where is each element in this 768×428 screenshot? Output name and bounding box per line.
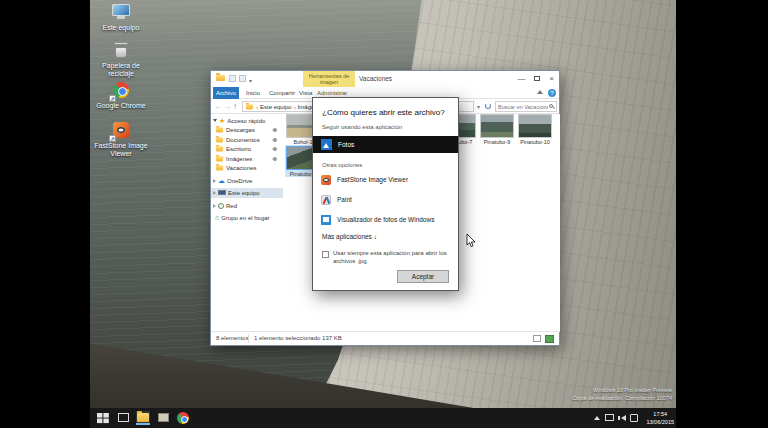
folder-icon <box>216 147 223 152</box>
tab-archivo[interactable]: Archivo <box>213 87 239 99</box>
more-apps-link[interactable]: Más aplicaciones ↓ <box>322 233 377 240</box>
desktop-icon-this-pc[interactable]: Este equipo <box>92 4 150 32</box>
file-label: Pinatubo-10 <box>517 139 553 145</box>
sidebar-item-descargas[interactable]: Descargas <box>211 126 283 136</box>
app-option-fotos[interactable]: Fotos <box>313 136 458 153</box>
network-icon <box>218 203 224 209</box>
app-window-icon <box>158 413 169 422</box>
start-button[interactable] <box>96 411 110 425</box>
file-label: Pinatubo-9 <box>479 139 515 145</box>
desktop-icon-recycle-bin[interactable]: Papelera de reciclaje <box>92 42 150 78</box>
app-window-taskbar-button[interactable] <box>156 411 170 425</box>
items-count: 8 elementos <box>216 335 249 341</box>
file-thumbnail <box>480 114 514 138</box>
close-button[interactable]: × <box>544 71 559 86</box>
chevron-down-icon[interactable] <box>213 119 217 122</box>
tray-expand-icon[interactable] <box>594 416 600 420</box>
app-option-faststone[interactable]: FastStone Image Viewer <box>313 172 458 187</box>
homegroup-icon: ⌂ <box>215 215 219 221</box>
chevron-right-icon[interactable] <box>213 179 216 183</box>
sidebar-item-network[interactable]: Red <box>211 201 283 211</box>
folder-icon <box>246 104 253 109</box>
forward-icon[interactable]: → <box>223 102 231 111</box>
file-pinatubo-9[interactable]: Pinatubo-9 <box>479 114 515 145</box>
sidebar-item-homegroup[interactable]: ⌂ Grupo en el hogar <box>211 213 283 223</box>
app-option-windows-viewer[interactable]: Visualizador de fotos de Windows <box>313 212 458 227</box>
search-input[interactable] <box>495 101 557 112</box>
details-view-icon[interactable] <box>533 335 541 342</box>
tab-inicio[interactable]: Inicio <box>243 87 263 99</box>
chrome-icon <box>177 412 189 424</box>
dialog-title: ¿Cómo quieres abrir este archivo? <box>322 108 445 117</box>
address-dropdown-icon[interactable]: ▾ <box>477 103 480 110</box>
chrome-taskbar-button[interactable] <box>176 411 190 425</box>
qat-button-icon[interactable] <box>229 75 236 82</box>
taskbar-clock[interactable]: 17:54 13/06/2015 <box>646 410 674 427</box>
app-option-label: Visualizador de fotos de Windows <box>337 216 434 223</box>
sidebar-item-documentos[interactable]: Documentos <box>211 135 283 145</box>
folder-icon <box>216 128 223 133</box>
chevron-right-icon[interactable] <box>213 191 216 195</box>
mouse-cursor <box>466 234 476 252</box>
desktop-icon-faststone[interactable]: ↗ FastStone Image Viewer <box>92 122 150 158</box>
title-bar[interactable]: ▾ Herramientas de imagen Vacaciones — × <box>211 71 559 87</box>
folder-icon <box>216 156 223 161</box>
thumbnails-view-icon[interactable] <box>545 335 554 343</box>
file-explorer-icon <box>137 413 149 422</box>
this-pc-icon <box>218 190 226 195</box>
window-title: Vacaciones <box>359 75 392 82</box>
breadcrumb-this-pc[interactable]: Este equipo <box>260 104 292 110</box>
ribbon-collapse-icon[interactable] <box>537 90 543 94</box>
refresh-icon[interactable] <box>485 103 491 109</box>
app-option-label: Fotos <box>338 141 354 148</box>
paint-app-icon <box>321 195 331 205</box>
clock-time: 17:54 <box>646 410 674 418</box>
folder-icon <box>216 137 223 142</box>
file-pinatubo-10[interactable]: Pinatubo-10 <box>517 114 553 145</box>
up-icon[interactable]: ↑ <box>233 102 237 111</box>
always-use-checkbox-row[interactable]: Usar siempre esta aplicación para abrir … <box>322 250 452 266</box>
build-watermark: Windows 10 Pro Insider Preview Copia de … <box>572 386 672 403</box>
pin-icon <box>272 137 278 143</box>
volume-tray-icon[interactable] <box>621 415 626 421</box>
desktop-icon-label: Google Chrome <box>92 102 150 110</box>
folder-icon <box>216 75 225 81</box>
accept-button[interactable]: Aceptar <box>397 270 449 283</box>
back-icon[interactable]: ← <box>214 102 222 111</box>
minimize-button[interactable]: — <box>514 71 529 86</box>
notifications-tray-icon[interactable] <box>630 414 638 422</box>
divider <box>248 334 249 343</box>
sidebar-item-imagenes[interactable]: Imágenes <box>211 154 283 164</box>
folder-icon <box>216 166 223 171</box>
faststone-icon: ↗ <box>111 122 131 140</box>
qat-dropdown-icon[interactable]: ▾ <box>249 77 252 84</box>
selection-status: 1 elemento seleccionado 137 KB <box>254 335 342 341</box>
app-option-paint[interactable]: Paint <box>313 192 458 207</box>
qat-button-icon[interactable] <box>239 75 246 82</box>
sidebar-item-vacaciones[interactable]: Vacaciones <box>211 164 283 174</box>
clock-date: 13/06/2015 <box>646 418 674 426</box>
chevron-right-icon[interactable] <box>213 204 216 208</box>
network-tray-icon[interactable] <box>605 414 614 421</box>
faststone-app-icon <box>321 175 331 185</box>
navigation-pane: ★ Acceso rápido Descargas Documentos Esc… <box>211 114 283 332</box>
task-view-button[interactable] <box>116 411 130 425</box>
this-pc-icon <box>111 4 131 22</box>
checkbox[interactable] <box>322 251 329 258</box>
desktop-icon-chrome[interactable]: ↗ Google Chrome <box>92 82 150 110</box>
other-options-label: Otras opciones <box>322 162 362 168</box>
desktop-icon-label: Este equipo <box>92 24 150 32</box>
maximize-button[interactable] <box>529 71 544 86</box>
file-explorer-taskbar-button[interactable] <box>136 411 150 425</box>
help-icon[interactable]: ? <box>548 89 556 97</box>
sidebar-item-this-pc[interactable]: Este equipo <box>211 188 283 198</box>
fotos-app-icon <box>321 139 332 150</box>
tab-compartir[interactable]: Compartir <box>266 87 298 99</box>
keep-using-label: Seguir usando esta aplicación <box>322 124 402 130</box>
sidebar-item-quick-access[interactable]: ★ Acceso rápido <box>211 116 283 126</box>
pin-icon <box>272 146 278 152</box>
sidebar-item-onedrive[interactable]: ☁ OneDrive <box>211 176 283 186</box>
recycle-bin-icon <box>111 42 131 60</box>
sidebar-item-escritorio[interactable]: Escritorio <box>211 145 283 155</box>
contextual-tab-header[interactable]: Herramientas de imagen <box>303 71 355 87</box>
